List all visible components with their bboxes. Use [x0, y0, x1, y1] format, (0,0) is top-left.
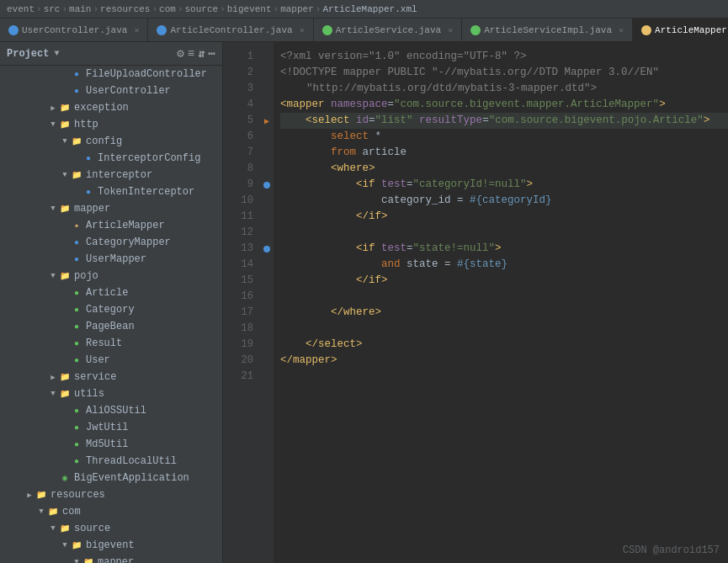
file-icon-app: ◉ — [59, 472, 71, 484]
tree-item-interceptorconfig[interactable]: ● InterceptorConfig — [0, 150, 222, 167]
tree-item-service[interactable]: ▶ 📁 service — [0, 369, 222, 385]
folder-icon: 📁 — [59, 203, 71, 215]
tree-label: ThreadLocalUtil — [86, 455, 177, 467]
tree-item-aliosstutil[interactable]: ● AliOSSUtil — [0, 402, 222, 419]
file-icon-xml: ✦ — [71, 220, 82, 231]
tree-item-article[interactable]: ● Article — [0, 284, 222, 301]
folder-icon: 📁 — [71, 169, 82, 181]
code-line-1: <?xml version="1.0" encoding="UTF-8" ?> — [280, 49, 728, 65]
tree-item-mapper-res[interactable]: ▼ 📁 mapper — [0, 554, 222, 563]
tree-label: Article — [86, 287, 128, 299]
tree-item-pojo[interactable]: ▼ 📁 pojo — [0, 268, 222, 284]
tree-label: TokenInterceptor — [98, 186, 194, 198]
tree-item-interceptor[interactable]: ▼ 📁 interceptor — [0, 167, 222, 183]
sidebar-icon-scroll[interactable]: ⇵ — [198, 46, 205, 61]
folder-icon: 📁 — [59, 388, 71, 400]
breakpoint-dot[interactable] — [263, 246, 270, 252]
project-tree: ● FileUploadController ● UserController … — [0, 66, 222, 563]
file-icon-java: ● — [82, 186, 94, 198]
tree-label: Md5Util — [86, 438, 128, 450]
tree-item-utils[interactable]: ▼ 📁 utils — [0, 385, 222, 402]
tree-label: mapper — [98, 556, 134, 563]
tree-item-bigeventapp[interactable]: ◉ BigEventApplication — [0, 470, 222, 486]
code-line-13: <if test="state!=null"> — [280, 241, 728, 257]
tree-item-md5util[interactable]: ● Md5Util — [0, 436, 222, 453]
folder-icon: 📁 — [59, 119, 71, 130]
code-line-15: </if> — [280, 273, 728, 289]
breadcrumb-main[interactable]: main — [69, 4, 91, 14]
code-line-5: <select id="list" resultType="com.source… — [280, 113, 728, 129]
tree-item-pagebean[interactable]: ● PageBean — [0, 318, 222, 335]
project-sidebar: Project ▼ ⚙ ≡ ⇵ ⋯ ● FileUploadController — [0, 42, 223, 563]
sidebar-icon-settings[interactable]: ⚙ — [177, 46, 183, 61]
tab-icon-xml — [641, 25, 651, 35]
tree-item-fileuploadcontroller[interactable]: ● FileUploadController — [0, 66, 222, 82]
folder-icon: 📁 — [59, 102, 71, 114]
tree-label: JwtUtil — [86, 422, 128, 433]
code-editor[interactable]: <?xml version="1.0" encoding="UTF-8" ?> … — [274, 42, 728, 563]
tab-label: ArticleController.java — [170, 25, 292, 35]
file-icon-java: ● — [71, 354, 82, 366]
tree-item-user[interactable]: ● User — [0, 352, 222, 369]
code-line-6: select * — [280, 129, 728, 145]
code-line-3: "http://mybatis.org/dtd/mybatis-3-mapper… — [280, 81, 728, 97]
tab-articleserviceimpl[interactable]: ArticleServiceImpl.java ✕ — [462, 19, 633, 41]
tab-articleservice[interactable]: ArticleService.java ✕ — [314, 19, 462, 41]
tree-item-usermapper[interactable]: ● UserMapper — [0, 251, 222, 268]
tab-articlemapper-xml[interactable]: ArticleMapper.xml ✕ — [633, 19, 728, 41]
tree-item-com[interactable]: ▼ 📁 com — [0, 503, 222, 520]
tree-label: utils — [74, 388, 104, 400]
sidebar-icon-gear[interactable]: ⋯ — [209, 46, 215, 61]
tree-label: PageBean — [86, 321, 135, 332]
tree-item-result[interactable]: ● Result — [0, 335, 222, 352]
breadcrumb-mapper[interactable]: mapper — [280, 4, 314, 14]
folder-icon: 📁 — [47, 506, 59, 518]
sidebar-title: Project — [7, 48, 49, 60]
folder-icon: 📁 — [59, 371, 71, 383]
tab-articlecontroller[interactable]: ArticleController.java ✕ — [148, 19, 313, 41]
tree-item-mapper[interactable]: ▼ 📁 mapper — [0, 200, 222, 217]
tree-item-category[interactable]: ● Category — [0, 301, 222, 318]
tab-close[interactable]: ✕ — [619, 25, 624, 35]
breadcrumb-bigevent[interactable]: bigevent — [227, 4, 272, 14]
tree-item-tokeninterceptor[interactable]: ● TokenInterceptor — [0, 183, 222, 200]
tree-item-categorymapper[interactable]: ● CategoryMapper — [0, 234, 222, 251]
tree-item-http[interactable]: ▼ 📁 http — [0, 116, 222, 133]
breadcrumb-resources[interactable]: resources — [100, 4, 150, 14]
code-line-9: <if test="categoryId!=null"> — [280, 177, 728, 193]
breadcrumb-src[interactable]: src — [44, 4, 61, 14]
main-area: Project ▼ ⚙ ≡ ⇵ ⋯ ● FileUploadController — [0, 42, 728, 563]
tab-close[interactable]: ✕ — [134, 25, 139, 35]
tree-item-resources[interactable]: ▶ 📁 resources — [0, 486, 222, 503]
tab-bar: UserController.java ✕ ArticleController.… — [0, 19, 728, 42]
tree-item-exception[interactable]: ▶ 📁 exception — [0, 99, 222, 116]
file-icon-java: ● — [71, 337, 82, 349]
tree-item-articlemapper[interactable]: ✦ ArticleMapper — [0, 217, 222, 234]
tree-label: User — [86, 354, 110, 366]
tree-item-jwtutil[interactable]: ● JwtUtil — [0, 419, 222, 436]
tree-item-bigevent[interactable]: ▼ 📁 bigevent — [0, 537, 222, 554]
tree-item-config[interactable]: ▼ 📁 config — [0, 133, 222, 150]
code-line-12 — [280, 225, 728, 241]
file-icon-java: ● — [71, 85, 82, 97]
sidebar-dropdown-arrow[interactable]: ▼ — [54, 49, 59, 58]
tree-item-source[interactable]: ▼ 📁 source — [0, 520, 222, 537]
tab-close[interactable]: ✕ — [300, 25, 305, 35]
breadcrumb-com[interactable]: com — [159, 4, 176, 14]
tree-item-usercontroller[interactable]: ● UserController — [0, 82, 222, 99]
tab-usercontroller[interactable]: UserController.java ✕ — [0, 19, 148, 41]
file-icon-java: ● — [71, 236, 82, 248]
folder-icon: 📁 — [71, 135, 82, 147]
editor-content[interactable]: 1 2 3 4 5 6 7 8 9 10 11 12 13 14 15 16 1… — [223, 42, 728, 563]
breadcrumb-file[interactable]: ArticleMapper.xml — [322, 4, 417, 14]
file-icon-java: ● — [71, 405, 82, 417]
tab-close[interactable]: ✕ — [448, 25, 453, 35]
code-line-21 — [280, 369, 728, 385]
breadcrumb-source[interactable]: source — [185, 4, 219, 14]
sidebar-icon-collapse[interactable]: ≡ — [188, 47, 194, 61]
breadcrumb-event[interactable]: event — [7, 4, 35, 14]
breakpoint-dot[interactable] — [263, 182, 270, 189]
tree-item-threadlocalutil[interactable]: ● ThreadLocalUtil — [0, 453, 222, 470]
tab-icon-java — [322, 25, 332, 35]
code-line-14: and state = #{state} — [280, 257, 728, 273]
